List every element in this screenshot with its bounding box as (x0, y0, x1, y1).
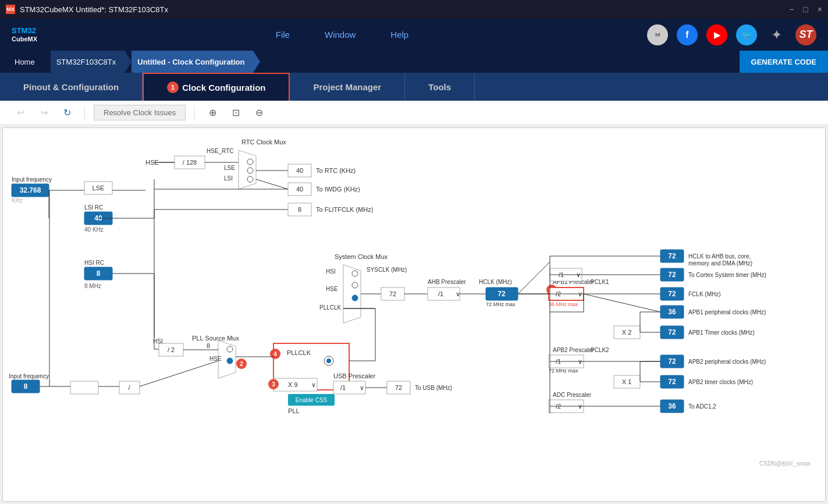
clock-diagram: RTC Clock Mux / 128 HSE HSE_RTC LSE LSI (2, 127, 826, 502)
network-icon[interactable]: ✦ (766, 24, 787, 45)
svg-text:36: 36 (668, 402, 676, 410)
svg-text:HSI: HSI (326, 268, 336, 275)
menu-window[interactable]: Window (325, 30, 356, 40)
svg-text:PLL Source Mux: PLL Source Mux (192, 335, 239, 342)
facebook-icon[interactable]: f (677, 24, 698, 45)
svg-text:APB2 peripheral clocks (MHz): APB2 peripheral clocks (MHz) (688, 359, 766, 365)
svg-text:Enable CSS: Enable CSS (296, 397, 328, 403)
svg-text:72 MHz max: 72 MHz max (486, 301, 516, 307)
svg-text:/1: /1 (438, 290, 443, 297)
title-bar: MX STM32CubeMX Untitled*: STM32F103C8Tx … (0, 0, 828, 19)
diagram-svg: RTC Clock Mux / 128 HSE HSE_RTC LSE LSI (3, 128, 818, 471)
svg-text:32.768: 32.768 (20, 186, 41, 194)
resolve-clock-button[interactable]: Resolve Clock Issues (94, 105, 186, 120)
menu-icons: 10 f ▶ 🐦 ✦ ST (647, 24, 816, 45)
menu-bar: STM32 CubeMX File Window Help 10 f ▶ 🐦 ✦… (0, 19, 828, 51)
youtube-icon[interactable]: ▶ (706, 24, 727, 45)
svg-text:APB2 timer clocks (MHz): APB2 timer clocks (MHz) (688, 379, 753, 385)
breadcrumb-current[interactable]: Untitled - Clock Configuration (132, 51, 253, 73)
svg-text:4: 4 (273, 351, 277, 357)
svg-text:X 1: X 1 (622, 378, 632, 385)
svg-text:72: 72 (668, 378, 676, 386)
minimize-btn[interactable]: − (789, 5, 794, 14)
svg-text:Input frequency: Input frequency (12, 176, 52, 183)
zoom-in-button[interactable]: ⊕ (204, 104, 221, 122)
svg-text:To RTC (KHz): To RTC (KHz) (316, 167, 356, 174)
title-bar-left: MX STM32CubeMX Untitled*: STM32F103C8Tx (6, 5, 168, 14)
svg-text:PLLCLK: PLLCLK (319, 304, 342, 311)
toolbar-separator (84, 106, 85, 120)
app-logo: STM32 CubeMX (12, 26, 37, 43)
svg-text:memory and DMA (MHz): memory and DMA (MHz) (688, 260, 752, 267)
redo-button[interactable]: ↪ (35, 104, 52, 122)
svg-text:X 2: X 2 (622, 329, 632, 336)
svg-text:To Cortex System timer (MHz): To Cortex System timer (MHz) (688, 272, 766, 278)
tab-clock[interactable]: 1 Clock Configuration (143, 73, 290, 101)
svg-text:HSE_RTC: HSE_RTC (207, 148, 234, 154)
tab-pinout[interactable]: Pinout & Configuration (0, 73, 143, 101)
menu-file[interactable]: File (276, 30, 290, 40)
svg-text:PCLK1: PCLK1 (591, 279, 609, 285)
svg-text:LSI: LSI (224, 175, 233, 182)
svg-text:Input frequency: Input frequency (9, 373, 49, 379)
undo-button[interactable]: ↩ (12, 104, 29, 122)
zoom-out-button[interactable]: ⊖ (250, 104, 268, 122)
svg-text:AHB Prescaler: AHB Prescaler (428, 279, 466, 285)
svg-text:HCLK (MHz): HCLK (MHz) (479, 279, 512, 285)
svg-text:72 MHz max: 72 MHz max (549, 368, 578, 374)
svg-rect-143 (70, 381, 98, 394)
svg-text:LSE: LSE (93, 184, 105, 191)
main-content: ↩ ↪ ↻ Resolve Clock Issues ⊕ ⊡ ⊖ RTC Clo… (0, 101, 828, 504)
svg-text:40: 40 (296, 186, 303, 193)
svg-text:72: 72 (668, 357, 676, 365)
svg-text:∨: ∨ (311, 381, 316, 388)
svg-text:To USB (MHz): To USB (MHz) (415, 385, 452, 391)
breadcrumb: Home STM32F103C8Tx Untitled - Clock Conf… (0, 51, 828, 73)
rtc-mux-label: RTC Clock Mux (241, 139, 286, 145)
svg-text:72: 72 (668, 328, 676, 336)
svg-text:KHz: KHz (12, 197, 23, 204)
svg-text:72: 72 (497, 290, 506, 298)
title-bar-controls[interactable]: − □ × (789, 5, 822, 14)
clock-tab-badge: 1 (167, 81, 179, 93)
svg-text:72: 72 (395, 384, 402, 391)
svg-text:3: 3 (272, 381, 275, 388)
svg-point-134 (227, 346, 233, 352)
tab-project[interactable]: Project Manager (290, 73, 405, 101)
menu-help[interactable]: Help (390, 30, 408, 40)
maximize-btn[interactable]: □ (803, 5, 808, 14)
svg-point-55 (352, 295, 358, 301)
svg-text:To FLITFCLK (MHz): To FLITFCLK (MHz) (316, 206, 373, 213)
svg-text:APB1 peripheral clocks (MHz): APB1 peripheral clocks (MHz) (688, 309, 766, 315)
svg-text:8: 8 (298, 206, 301, 213)
svg-text:72: 72 (668, 252, 676, 260)
svg-text:HSI: HSI (153, 338, 163, 345)
svg-text:8: 8 (97, 269, 101, 278)
fit-button[interactable]: ⊡ (227, 104, 244, 122)
close-btn[interactable]: × (818, 5, 822, 14)
tab-tools[interactable]: Tools (405, 73, 475, 101)
svg-text:∨: ∨ (360, 384, 364, 391)
svg-point-158 (326, 359, 331, 363)
svg-text:SYSCLK (MHz): SYSCLK (MHz) (367, 267, 407, 273)
svg-point-10 (247, 176, 253, 182)
svg-text:LSE: LSE (224, 165, 235, 171)
breadcrumb-home[interactable]: Home (9, 51, 44, 73)
st-icon[interactable]: ST (795, 24, 816, 45)
window-title: STM32CubeMX Untitled*: STM32F103C8Tx (20, 5, 168, 14)
svg-text:8 MHz: 8 MHz (84, 283, 101, 289)
twitter-icon[interactable]: 🐦 (736, 24, 757, 45)
svg-text:HSI RC: HSI RC (84, 260, 104, 266)
generate-code-button[interactable]: GENERATE CODE (740, 51, 828, 73)
svg-text:APB1 Timer clocks (MHz): APB1 Timer clocks (MHz) (688, 329, 755, 336)
svg-point-8 (247, 159, 253, 165)
svg-text:/ 128: / 128 (183, 159, 197, 166)
breadcrumb-device[interactable]: STM32F103C8Tx (51, 51, 125, 73)
refresh-button[interactable]: ↻ (58, 104, 76, 122)
svg-text:8: 8 (24, 382, 28, 391)
svg-text:72: 72 (668, 290, 676, 298)
svg-text:X 9: X 9 (288, 381, 298, 388)
svg-text:/ 2: / 2 (168, 346, 175, 353)
svg-text:/1: /1 (340, 384, 346, 391)
svg-text:36 MHz max: 36 MHz max (549, 301, 578, 307)
